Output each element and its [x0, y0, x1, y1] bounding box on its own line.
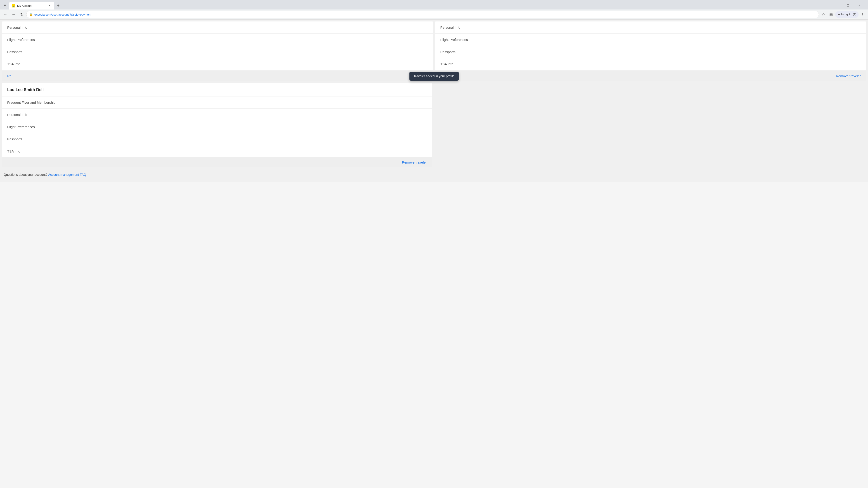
- back-button[interactable]: ←: [2, 11, 9, 18]
- incognito-label: Incognito (2): [841, 13, 856, 16]
- incognito-badge[interactable]: ☻ Incognito (2): [835, 11, 859, 18]
- browser-chrome: ▼ E My Account ✕ + — ❐ ✕ ← → ↻ 🔒 ☆ ▦ ☻: [0, 0, 868, 20]
- bookmark-button[interactable]: ☆: [820, 11, 827, 18]
- forward-button[interactable]: →: [10, 11, 17, 18]
- remove-traveler-button-t2[interactable]: Remove traveler: [402, 160, 427, 164]
- tab-bar: ▼ E My Account ✕ + — ❐ ✕: [0, 0, 868, 9]
- action-bar-t2: Remove traveler: [2, 157, 432, 167]
- tsa-info-t2[interactable]: TSA Info: [2, 145, 432, 157]
- traveler-left-panel: Personal Info Flight Preferences Passpor…: [2, 22, 433, 70]
- re-label[interactable]: Re...: [7, 74, 14, 78]
- tab-close-button[interactable]: ✕: [48, 4, 52, 8]
- frequent-flyer[interactable]: Frequent Flyer and Membership: [2, 96, 432, 109]
- personal-info-left[interactable]: Personal Info: [2, 22, 433, 34]
- traveler2-section: Lau Lee Smith Deli Frequent Flyer and Me…: [2, 83, 432, 167]
- faq-text: Questions about your account?: [4, 173, 48, 176]
- flight-preferences-left[interactable]: Flight Preferences: [2, 34, 433, 46]
- remove-traveler-button-top[interactable]: Remove traveler: [836, 74, 861, 78]
- split-view-button[interactable]: ▦: [828, 11, 835, 18]
- faq-row: Questions about your account? Account ma…: [2, 168, 866, 180]
- tab-title: My Account: [17, 4, 46, 7]
- passports-left[interactable]: Passports: [2, 46, 433, 58]
- incognito-icon: ☻: [837, 13, 840, 16]
- toolbar: ← → ↻ 🔒 ☆ ▦ ☻ Incognito (2) ⋮: [0, 9, 868, 20]
- tsa-info-left[interactable]: TSA Info: [2, 58, 433, 70]
- refresh-button[interactable]: ↻: [18, 11, 25, 18]
- address-bar[interactable]: 🔒: [26, 11, 819, 18]
- faq-link[interactable]: Account management FAQ: [48, 173, 86, 176]
- flight-preferences-t2[interactable]: Flight Preferences: [2, 121, 432, 133]
- lock-icon: 🔒: [29, 13, 33, 16]
- tab-favicon: E: [12, 4, 16, 7]
- minimize-button[interactable]: —: [831, 2, 842, 9]
- tooltip-wrapper: Traveler added in your profile: [409, 72, 459, 80]
- url-input[interactable]: [34, 13, 816, 16]
- passports-right[interactable]: Passports: [435, 46, 866, 58]
- passports-t2[interactable]: Passports: [2, 133, 432, 145]
- tsa-info-right[interactable]: TSA Info: [435, 58, 866, 70]
- toolbar-actions: ☆ ▦ ☻ Incognito (2) ⋮: [820, 11, 866, 18]
- personal-info-right[interactable]: Personal Info: [435, 22, 866, 34]
- page-content: Personal Info Flight Preferences Passpor…: [0, 20, 868, 488]
- menu-button[interactable]: ⋮: [859, 11, 866, 18]
- traveler-right-panel: Personal Info Flight Preferences Passpor…: [435, 22, 866, 70]
- top-traveler-row: Personal Info Flight Preferences Passpor…: [2, 22, 866, 70]
- action-bar: Re... Traveler added in your profile Rem…: [2, 71, 866, 81]
- flight-preferences-right[interactable]: Flight Preferences: [435, 34, 866, 46]
- tooltip: Traveler added in your profile: [409, 72, 459, 80]
- window-controls: — ❐ ✕: [831, 2, 866, 9]
- main-wrapper: Personal Info Flight Preferences Passpor…: [0, 20, 868, 182]
- tab-list-button[interactable]: ▼: [2, 2, 8, 9]
- personal-info-t2[interactable]: Personal Info: [2, 109, 432, 121]
- maximize-button[interactable]: ❐: [843, 2, 853, 9]
- traveler2-name: Lau Lee Smith Deli: [2, 83, 432, 96]
- close-button[interactable]: ✕: [854, 2, 864, 9]
- active-tab[interactable]: E My Account ✕: [9, 2, 54, 9]
- new-tab-button[interactable]: +: [55, 2, 61, 9]
